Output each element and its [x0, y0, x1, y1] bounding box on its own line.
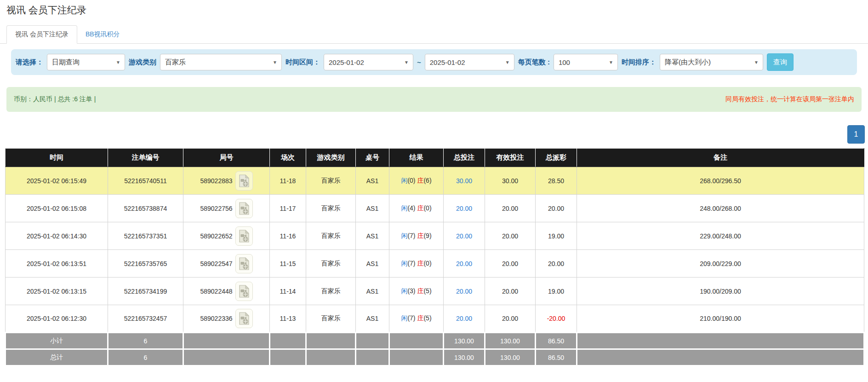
filter-bar: 请选择： 日期查询 ▼ 游戏类别 百家乐 ▼ 时间区间： 2025-01-02 … — [11, 49, 857, 75]
cell-total-bet[interactable]: 20.00 — [444, 305, 485, 333]
page-size-dropdown[interactable]: 100 ▼ — [554, 54, 618, 70]
cell-total-bet[interactable]: 20.00 — [444, 278, 485, 305]
cell-table-no: AS1 — [356, 278, 389, 305]
date-to-dropdown[interactable]: 2025-01-02 ▼ — [425, 54, 514, 70]
search-button[interactable]: 查询 — [767, 53, 794, 71]
cell-bet-id: 522165734199 — [108, 278, 183, 305]
result-banker-count: (5) — [423, 314, 431, 322]
result-banker-label: 庄 — [417, 287, 423, 295]
cell-session: 11-18 — [270, 167, 306, 195]
cell-payout: 20.00 — [536, 250, 577, 278]
cell-time: 2025-01-02 06:15:49 — [6, 167, 108, 195]
round-id-text: 589022756 — [200, 205, 232, 212]
video-replay-button[interactable] — [235, 309, 253, 328]
page-1-button[interactable]: 1 — [847, 125, 865, 144]
grand-total-payout: 86.50 — [536, 349, 577, 366]
result-player-label: 闲 — [401, 204, 407, 212]
cell-game-type: 百家乐 — [306, 305, 356, 333]
result-player-count: (7) — [407, 232, 415, 239]
cell-bet-id: 522165735765 — [108, 250, 183, 278]
video-file-icon — [239, 202, 250, 215]
col-header-session: 场次 — [270, 149, 306, 167]
table-row: 2025-01-02 06:15:49 522165740511 5890228… — [6, 167, 864, 195]
cell-payout: 19.00 — [536, 222, 577, 250]
video-replay-button[interactable] — [235, 199, 253, 218]
cell-remark: 190.00/209.00 — [577, 278, 864, 305]
game-type-label: 游戏类别 — [129, 58, 156, 67]
result-banker-label: 庄 — [417, 177, 423, 184]
video-replay-button[interactable] — [235, 226, 253, 246]
grand-total-total-bet: 130.00 — [444, 349, 485, 366]
date-from-dropdown[interactable]: 2025-01-02 ▼ — [324, 54, 413, 70]
result-player-label: 闲 — [401, 260, 407, 267]
table-row: 2025-01-02 06:15:08 522165738874 5890227… — [6, 195, 864, 222]
cell-valid-bet: 20.00 — [485, 305, 536, 333]
col-header-remark: 备注 — [577, 149, 864, 167]
video-file-icon — [239, 285, 250, 298]
round-id-text: 589022336 — [200, 315, 232, 322]
video-replay-button[interactable] — [235, 171, 253, 191]
cell-result: 闲(7) 庄(5) — [389, 305, 444, 333]
result-player-count: (7) — [407, 260, 415, 267]
col-header-time: 时间 — [6, 149, 108, 167]
cell-result: 闲(4) 庄(0) — [389, 195, 444, 222]
tab-video-bet-records[interactable]: 视讯 会员下注纪录 — [6, 25, 77, 44]
result-player-label: 闲 — [401, 314, 407, 322]
table-footer: 小计 6 130.00 130.00 86.50 总计 6 130.00 130… — [6, 333, 864, 366]
tab-bb-video-points[interactable]: BB视讯积分 — [77, 26, 128, 43]
cell-table-no: AS1 — [356, 167, 389, 195]
video-replay-button[interactable] — [235, 254, 253, 273]
table-row: 2025-01-02 06:14:30 522165737351 5890226… — [6, 222, 864, 250]
time-sort-dropdown[interactable]: 降幂(由大到小) ▼ — [660, 54, 763, 70]
cell-valid-bet: 20.00 — [485, 195, 536, 222]
cell-payout: -20.00 — [536, 305, 577, 333]
page-title: 视讯 会员下注纪录 — [0, 0, 868, 17]
cell-round-id: 589022756 — [183, 195, 270, 222]
chevron-down-icon: ▼ — [750, 60, 763, 65]
round-id-text: 589022652 — [200, 232, 232, 240]
cell-time: 2025-01-02 06:14:30 — [6, 222, 108, 250]
query-type-dropdown[interactable]: 日期查询 ▼ — [47, 54, 125, 70]
cell-result: 闲(7) 庄(9) — [389, 222, 444, 250]
table-header: 时间 注单编号 局号 场次 游戏类别 桌号 结果 总投注 有效投注 总派彩 备注 — [6, 149, 864, 167]
video-file-icon — [239, 257, 250, 270]
bet-records-table: 时间 注单编号 局号 场次 游戏类别 桌号 结果 总投注 有效投注 总派彩 备注… — [5, 148, 865, 366]
tab-bar: 视讯 会员下注纪录 BB视讯积分 — [0, 24, 868, 44]
video-file-icon — [239, 230, 250, 243]
cell-total-bet[interactable]: 30.00 — [444, 167, 485, 195]
currency-total-text: 币别：人民币 | 总共 :6 注单 | — [14, 95, 96, 104]
cell-valid-bet: 20.00 — [485, 278, 536, 305]
date-range-separator: ~ — [417, 58, 421, 66]
result-banker-label: 庄 — [417, 204, 423, 212]
subtotal-valid-bet: 130.00 — [485, 333, 536, 349]
grand-total-count: 6 — [108, 349, 183, 366]
cell-game-type: 百家乐 — [306, 167, 356, 195]
cell-time: 2025-01-02 06:13:15 — [6, 278, 108, 305]
result-player-count: (0) — [407, 177, 415, 184]
result-player-label: 闲 — [401, 287, 407, 295]
page-size-value: 100 — [559, 58, 570, 66]
subtotal-row: 小计 6 130.00 130.00 86.50 — [6, 333, 864, 349]
cell-session: 11-17 — [270, 195, 306, 222]
cell-payout: 20.00 — [536, 195, 577, 222]
page-root: 视讯 会员下注纪录 视讯 会员下注纪录 BB视讯积分 请选择： 日期查询 ▼ 游… — [0, 0, 868, 382]
col-header-payout: 总派彩 — [536, 149, 577, 167]
time-sort-label: 时间排序： — [622, 58, 656, 67]
date-to-value: 2025-01-02 — [430, 58, 465, 66]
cell-bet-id: 522165740511 — [108, 167, 183, 195]
cell-bet-id: 522165732457 — [108, 305, 183, 333]
cell-total-bet[interactable]: 20.00 — [444, 222, 485, 250]
chevron-down-icon: ▼ — [501, 60, 514, 65]
result-banker-label: 庄 — [417, 260, 423, 267]
result-player-count: (7) — [407, 314, 415, 322]
game-type-dropdown[interactable]: 百家乐 ▼ — [160, 54, 282, 70]
cell-total-bet[interactable]: 20.00 — [444, 195, 485, 222]
cell-remark: 210.00/190.00 — [577, 305, 864, 333]
video-replay-button[interactable] — [235, 282, 253, 301]
chevron-down-icon: ▼ — [112, 60, 125, 65]
query-type-value: 日期查询 — [52, 58, 80, 67]
cell-session: 11-14 — [270, 278, 306, 305]
chevron-down-icon: ▼ — [400, 60, 413, 65]
cell-game-type: 百家乐 — [306, 222, 356, 250]
cell-total-bet[interactable]: 20.00 — [444, 250, 485, 278]
